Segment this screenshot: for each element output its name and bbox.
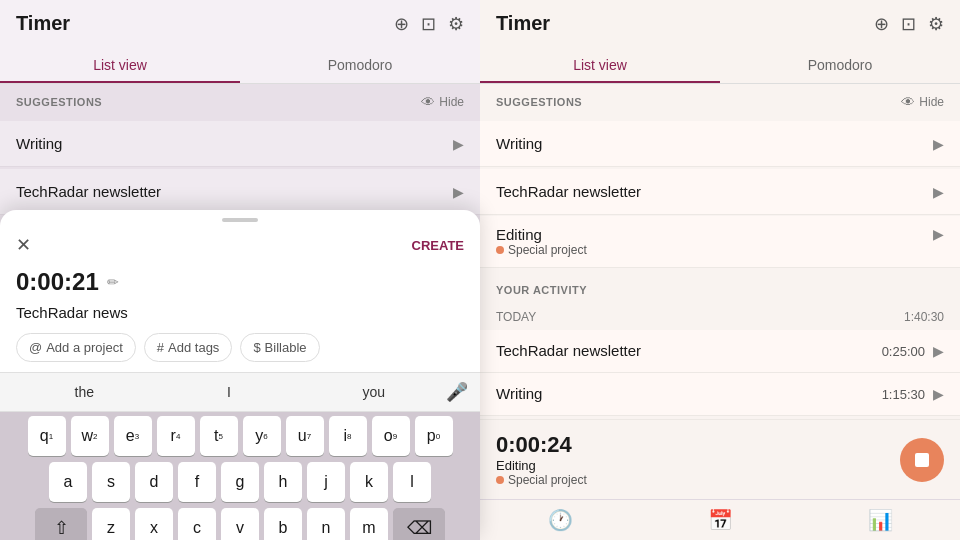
- activity-techradar-time: 0:25:00: [882, 344, 925, 359]
- key-j[interactable]: j: [307, 462, 345, 502]
- left-image-icon[interactable]: ⊡: [421, 13, 436, 35]
- left-suggestion-writing-text: Writing: [16, 135, 62, 152]
- stop-icon: [915, 453, 929, 467]
- nav-calendar[interactable]: 📅: [640, 508, 800, 532]
- bottom-timer-project: Special project: [496, 473, 587, 487]
- key-e[interactable]: e3: [114, 416, 152, 456]
- activity-item-writing[interactable]: Writing 1:15:30 ▶: [480, 373, 960, 416]
- right-hide-label: Hide: [919, 95, 944, 109]
- left-suggestion-writing[interactable]: Writing ▶: [0, 121, 480, 167]
- left-hide-icon: 👁: [421, 94, 435, 110]
- hash-icon: #: [157, 340, 164, 355]
- right-suggestion-techradar[interactable]: TechRadar newsletter ▶: [480, 169, 960, 215]
- left-tabs: List view Pomodoro: [0, 47, 480, 84]
- right-suggestion-writing[interactable]: Writing ▶: [480, 121, 960, 167]
- mic-icon[interactable]: 🎤: [446, 381, 468, 403]
- nav-chart[interactable]: 📊: [800, 508, 960, 532]
- left-gear-icon[interactable]: ⚙: [448, 13, 464, 35]
- key-q[interactable]: q1: [28, 416, 66, 456]
- right-image-icon[interactable]: ⊡: [901, 13, 916, 35]
- nav-clock[interactable]: 🕐: [480, 508, 640, 532]
- right-tab-listview[interactable]: List view: [480, 47, 720, 83]
- editing-row: Editing Special project ▶: [496, 226, 944, 257]
- right-suggestions-label: SUGGESTIONS: [496, 96, 582, 108]
- key-z[interactable]: z: [92, 508, 130, 540]
- key-y[interactable]: y6: [243, 416, 281, 456]
- activity-item-techradar[interactable]: TechRadar newsletter 0:25:00 ▶: [480, 330, 960, 373]
- create-button[interactable]: CREATE: [412, 238, 464, 253]
- stop-button[interactable]: [900, 438, 944, 482]
- left-header: Timer ⊕ ⊡ ⚙: [0, 0, 480, 47]
- right-title: Timer: [496, 12, 874, 35]
- key-h[interactable]: h: [264, 462, 302, 502]
- key-b[interactable]: b: [264, 508, 302, 540]
- right-hide-btn[interactable]: 👁 Hide: [901, 94, 944, 110]
- add-tags-chip[interactable]: # Add tags: [144, 333, 233, 362]
- billable-chip[interactable]: $ Billable: [240, 333, 319, 362]
- key-n[interactable]: n: [307, 508, 345, 540]
- bottom-timer-name: Editing: [496, 458, 587, 473]
- add-project-label: Add a project: [46, 340, 123, 355]
- key-v[interactable]: v: [221, 508, 259, 540]
- right-gear-icon[interactable]: ⚙: [928, 13, 944, 35]
- left-tab-listview[interactable]: List view: [0, 47, 240, 83]
- activity-writing-name: Writing: [496, 385, 542, 402]
- close-button[interactable]: ✕: [16, 234, 31, 256]
- left-suggestion-techradar[interactable]: TechRadar newsletter ▶: [0, 169, 480, 215]
- modal-edit-icon[interactable]: ✏: [107, 274, 119, 290]
- left-chevron-techradar: ▶: [453, 184, 464, 200]
- kbd-suggest-i[interactable]: I: [157, 384, 302, 400]
- modal-entry-input[interactable]: TechRadar news: [0, 300, 480, 329]
- left-tab-pomodoro[interactable]: Pomodoro: [240, 47, 480, 83]
- key-u[interactable]: u7: [286, 416, 324, 456]
- add-project-chip[interactable]: @ Add a project: [16, 333, 136, 362]
- left-plus-icon[interactable]: ⊕: [394, 13, 409, 35]
- key-row-3: ⇧ z x c v b n m ⌫: [4, 508, 476, 540]
- key-r[interactable]: r4: [157, 416, 195, 456]
- key-m[interactable]: m: [350, 508, 388, 540]
- kbd-suggest-the[interactable]: the: [12, 384, 157, 400]
- keyboard-suggestions: the I you 🎤: [0, 372, 480, 412]
- at-icon: @: [29, 340, 42, 355]
- right-editing-item[interactable]: Editing Special project ▶: [480, 216, 960, 268]
- key-o[interactable]: o9: [372, 416, 410, 456]
- today-time: 1:40:30: [904, 310, 944, 324]
- right-panel: Timer ⊕ ⊡ ⚙ List view Pomodoro SUGGESTIO…: [480, 0, 960, 540]
- bottom-nav: 🕐 📅 📊: [480, 499, 960, 540]
- right-header: Timer ⊕ ⊡ ⚙: [480, 0, 960, 47]
- right-chevron-editing: ▶: [933, 226, 944, 242]
- activity-techradar-chevron: ▶: [933, 343, 944, 359]
- key-p[interactable]: p0: [415, 416, 453, 456]
- modal-timer-time: 0:00:21: [16, 268, 99, 296]
- backspace-key[interactable]: ⌫: [393, 508, 445, 540]
- right-plus-icon[interactable]: ⊕: [874, 13, 889, 35]
- activity-techradar-name: TechRadar newsletter: [496, 342, 641, 359]
- bottom-project-name: Special project: [508, 473, 587, 487]
- key-x[interactable]: x: [135, 508, 173, 540]
- key-t[interactable]: t5: [200, 416, 238, 456]
- left-suggestion-techradar-text: TechRadar newsletter: [16, 183, 161, 200]
- bottom-timer-info: 0:00:24 Editing Special project: [496, 432, 587, 487]
- key-g[interactable]: g: [221, 462, 259, 502]
- activity-writing-chevron: ▶: [933, 386, 944, 402]
- left-hide-btn[interactable]: 👁 Hide: [421, 94, 464, 110]
- key-l[interactable]: l: [393, 462, 431, 502]
- key-d[interactable]: d: [135, 462, 173, 502]
- key-k[interactable]: k: [350, 462, 388, 502]
- key-f[interactable]: f: [178, 462, 216, 502]
- key-w[interactable]: w2: [71, 416, 109, 456]
- kbd-suggest-you[interactable]: you: [301, 384, 446, 400]
- editing-info: Editing Special project: [496, 226, 587, 257]
- shift-key[interactable]: ⇧: [35, 508, 87, 540]
- right-suggestion-writing-text: Writing: [496, 135, 542, 152]
- today-row: TODAY 1:40:30: [480, 304, 960, 330]
- key-row-2: a s d f g h j k l: [4, 462, 476, 502]
- right-tab-pomodoro[interactable]: Pomodoro: [720, 47, 960, 83]
- key-a[interactable]: a: [49, 462, 87, 502]
- add-tags-label: Add tags: [168, 340, 219, 355]
- key-c[interactable]: c: [178, 508, 216, 540]
- left-header-icons: ⊕ ⊡ ⚙: [394, 13, 464, 35]
- key-s[interactable]: s: [92, 462, 130, 502]
- key-i[interactable]: i8: [329, 416, 367, 456]
- left-suggestions-header: SUGGESTIONS 👁 Hide: [0, 84, 480, 120]
